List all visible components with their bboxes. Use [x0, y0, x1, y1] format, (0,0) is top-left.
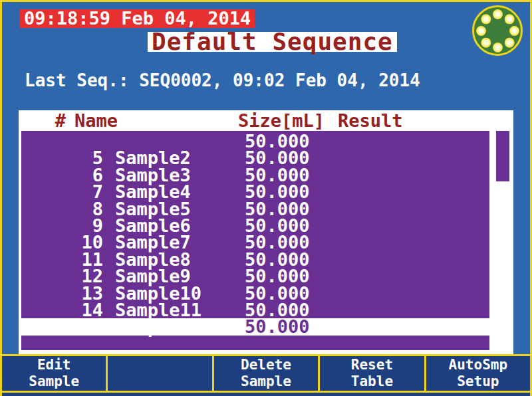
- vial-dot: [502, 12, 516, 26]
- softkey-label: Delete: [214, 357, 318, 373]
- sequence-table: # Name Size[mL] Result 5Sample2 50.000 6…: [19, 110, 513, 354]
- vial-dot: [479, 12, 493, 26]
- page-title: Default Sequence: [148, 32, 397, 52]
- sample-table-body: 5Sample2 50.000 6Sample3 50.000 7Sample4…: [21, 131, 489, 350]
- softkey-label: Sample: [2, 373, 106, 390]
- table-row[interactable]: 16Sample13 50.000: [21, 318, 489, 335]
- softkey-bar: Edit Sample Delete Sample Reset Table Au…: [2, 354, 530, 396]
- vial-dot: [493, 9, 503, 19]
- scrollbar-track[interactable]: [496, 131, 509, 350]
- table-header: # Name Size[mL] Result: [19, 110, 513, 131]
- last-sequence-status: Last Seq.: SEQ0002, 09:02 Feb 04, 2014: [25, 70, 420, 90]
- scrollbar-thumb[interactable]: [496, 131, 509, 181]
- softkey-label: Edit: [2, 357, 106, 373]
- table-row[interactable]: 11Sample8 50.000: [21, 234, 489, 250]
- reset-table-button[interactable]: Reset Table: [320, 356, 424, 391]
- autosmp-setup-button[interactable]: AutoSmp Setup: [426, 356, 530, 391]
- table-row[interactable]: 13Sample10 50.000: [21, 268, 489, 284]
- autosampler-carousel-icon: [472, 5, 523, 56]
- softkey-label: Setup: [426, 373, 530, 390]
- cell-size: 50.000: [245, 234, 310, 250]
- vial-dot: [493, 43, 503, 52]
- vial-dot: [476, 26, 486, 36]
- clock-banner: 09:18:59 Feb 04, 2014: [20, 9, 255, 28]
- empty-softkey: [108, 356, 211, 391]
- vial-dot: [509, 26, 519, 36]
- softkey-label: Sample: [214, 373, 318, 390]
- cell-num: 16: [78, 336, 103, 350]
- instrument-screen: 09:18:59 Feb 04, 2014 Default Sequence L…: [0, 0, 532, 396]
- table-row[interactable]: 8Sample5 50.000: [21, 183, 489, 200]
- edit-sample-button[interactable]: Edit Sample: [2, 356, 106, 391]
- column-header-result: Result: [338, 110, 403, 131]
- cell-size: 50.000: [245, 268, 310, 284]
- column-header-size: Size[mL]: [238, 110, 325, 131]
- cell-name: Sample13: [115, 336, 201, 350]
- softkey-label: AutoSmp: [426, 357, 530, 373]
- softkey-label: Table: [320, 373, 424, 390]
- softkey-label: Reset: [320, 357, 424, 373]
- cell-size: 50.000: [245, 183, 310, 200]
- column-header-name: Name: [74, 110, 118, 131]
- delete-sample-button[interactable]: Delete Sample: [214, 356, 318, 391]
- column-header-num: #: [39, 110, 66, 131]
- table-row[interactable]: 6Sample3 50.000: [21, 149, 489, 166]
- cell-size: 50.000: [245, 318, 310, 335]
- vial-dot: [502, 35, 516, 49]
- vial-dot: [479, 35, 493, 49]
- softkey-bar-fill: [2, 393, 530, 396]
- cell-size: 50.000: [245, 149, 310, 166]
